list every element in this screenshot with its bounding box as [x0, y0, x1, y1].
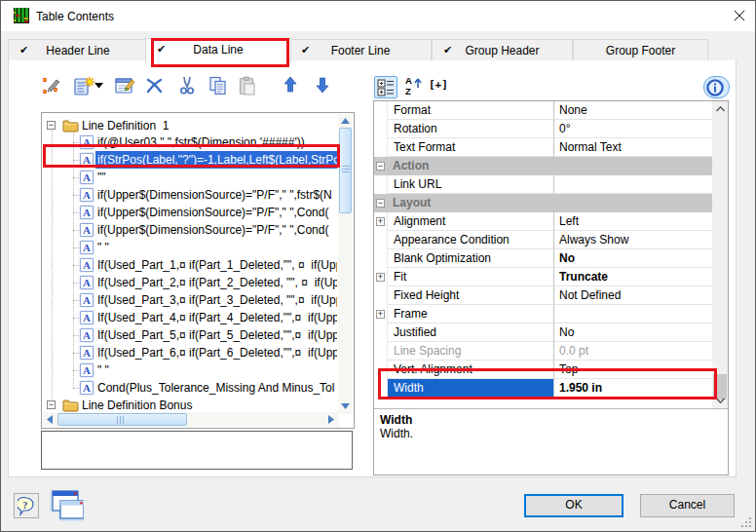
- tree-item-text: If(Used_Part_5,¤ if(Part_5_Deleted,"",¤ …: [97, 326, 337, 344]
- scroll-up-icon[interactable]: [341, 118, 350, 125]
- property-row-appearance-condition[interactable]: Appearance Condition Always Show: [374, 231, 712, 249]
- property-row-text-format[interactable]: Text Format Normal Text: [374, 138, 712, 157]
- category-view-button[interactable]: [374, 76, 397, 98]
- tree-item[interactable]: A " ": [42, 239, 337, 256]
- scroll-up-icon[interactable]: [716, 106, 725, 112]
- insert-line-icon[interactable]: [73, 76, 96, 95]
- tree-item[interactable]: A if(Upper$(DimensionSource)="P/F"," ",C…: [42, 221, 337, 239]
- chevron-down-icon[interactable]: [94, 83, 103, 89]
- property-value[interactable]: Left: [553, 212, 712, 231]
- cascade-windows-icon[interactable]: [47, 487, 84, 522]
- tab-footer-line[interactable]: ✔ Footer Line: [289, 39, 432, 61]
- property-row-vert-alignment[interactable]: Vert. Alignment Top: [374, 361, 712, 379]
- property-value[interactable]: Normal Text: [553, 138, 712, 157]
- tree-horizontal-scrollbar[interactable]: [43, 412, 339, 427]
- tree-item-text: if(StrPos(Label,"?")=-1,Label,Left$(Labe…: [95, 151, 337, 169]
- info-button[interactable]: [703, 76, 730, 98]
- property-value[interactable]: 0.0 pt: [553, 342, 712, 361]
- expand-icon[interactable]: +: [376, 310, 385, 319]
- tab-group-footer[interactable]: Group Footer: [573, 39, 708, 61]
- tree-item-text: " ": [97, 361, 109, 379]
- tree-item[interactable]: A If(Used_Part_5,¤ if(Part_5_Deleted,"",…: [42, 326, 337, 344]
- tree-item[interactable]: A If(Used_Part_2,¤ if(Part_2_Deleted, ""…: [42, 274, 337, 291]
- tree-vertical-thumb[interactable]: [339, 128, 352, 213]
- property-row-rotation[interactable]: Rotation 0°: [374, 120, 712, 138]
- edit-formula-wizard-icon[interactable]: [42, 76, 61, 95]
- property-scroll-thumb[interactable]: [713, 374, 727, 399]
- tree-item-selected[interactable]: A if(StrPos(Label,"?")=-1,Label,Left$(La…: [42, 151, 337, 169]
- property-value[interactable]: Not Defined: [553, 286, 712, 305]
- property-row-frame[interactable]: + Frame: [374, 305, 712, 323]
- collapse-icon[interactable]: −: [47, 121, 56, 130]
- sort-alphabetical-icon[interactable]: A Z: [404, 75, 424, 96]
- tree-item[interactable]: A If(Used_Part_3,¤ if(Part_3_Deleted, ""…: [42, 291, 337, 309]
- property-group-layout[interactable]: − Layout: [374, 194, 712, 212]
- tree-item[interactable]: A if(Upper$(DimensionSource)="P/F"," ",C…: [42, 204, 337, 221]
- property-group-action[interactable]: − Action: [374, 157, 712, 175]
- copy-icon[interactable]: [208, 76, 228, 95]
- move-down-icon[interactable]: [316, 76, 329, 94]
- expand-icon[interactable]: +: [376, 217, 385, 226]
- text-object-icon: A: [80, 311, 94, 324]
- tree-item[interactable]: A Cond(Plus_Tolerance_Missing And Minus_…: [42, 379, 337, 397]
- tree-horizontal-thumb[interactable]: [57, 413, 187, 426]
- property-value[interactable]: No: [553, 249, 712, 268]
- property-row-width[interactable]: Width 1.950 in: [374, 379, 712, 398]
- property-value[interactable]: Always Show: [553, 231, 712, 249]
- help-button[interactable]: ?: [14, 493, 39, 518]
- move-up-icon[interactable]: [284, 76, 297, 94]
- property-value[interactable]: 0°: [553, 120, 712, 138]
- text-object-icon: A: [80, 171, 94, 184]
- property-row-format[interactable]: Format None: [374, 101, 712, 120]
- tab-group-header[interactable]: ✔ Group Header: [432, 39, 573, 61]
- cancel-button[interactable]: Cancel: [640, 494, 735, 517]
- ok-button[interactable]: OK: [524, 494, 624, 517]
- tree-item[interactable]: A if(Upper$(DimensionSource)="P/F"," ",f…: [42, 186, 337, 204]
- tab-header-line[interactable]: ✔ Header Line: [8, 39, 148, 61]
- property-row-link-url[interactable]: Link URL: [374, 175, 712, 194]
- delete-icon[interactable]: [145, 76, 164, 95]
- tree-item[interactable]: A "": [42, 169, 337, 186]
- property-value[interactable]: No: [553, 323, 712, 342]
- tree-vertical-scrollbar[interactable]: [338, 114, 353, 414]
- tree-item[interactable]: A If(Used_Part_1,¤ if(Part_1_Deleted,"",…: [42, 256, 337, 274]
- tree-item[interactable]: A " ": [42, 361, 337, 379]
- expand-all-button[interactable]: [+]: [429, 78, 448, 91]
- tree-folder-line-definition-1[interactable]: − Line Definition 1: [42, 117, 337, 134]
- property-row-justified[interactable]: Justified No: [374, 323, 712, 342]
- property-row-blank-optimization[interactable]: Blank Optimization No: [374, 249, 712, 268]
- expand-icon[interactable]: +: [376, 273, 385, 282]
- property-row-fit[interactable]: + Fit Truncate: [374, 268, 712, 286]
- collapse-icon[interactable]: −: [376, 199, 385, 208]
- property-value[interactable]: 1.950 in: [553, 379, 712, 398]
- property-name: Rotation: [387, 120, 553, 138]
- property-value[interactable]: Truncate: [553, 268, 712, 286]
- scroll-down-icon[interactable]: [341, 403, 350, 410]
- tree-item-text: If(Used_Part_3,¤ if(Part_3_Deleted, "",¤…: [97, 291, 337, 309]
- close-icon[interactable]: [734, 10, 745, 21]
- property-value[interactable]: Top: [553, 361, 712, 379]
- scroll-down-icon[interactable]: [716, 398, 725, 403]
- tree-item[interactable]: A If(Used_Part_6,¤ if(Part_6_Deleted,"",…: [42, 344, 337, 361]
- property-value[interactable]: [553, 175, 712, 194]
- property-vertical-scrollbar[interactable]: [712, 101, 728, 408]
- property-value[interactable]: None: [553, 101, 712, 120]
- property-row-fixed-height[interactable]: Fixed Height Not Defined: [374, 286, 712, 305]
- properties-icon[interactable]: [115, 76, 136, 95]
- resize-grip[interactable]: [740, 516, 752, 528]
- svg-text:?: ?: [22, 500, 27, 511]
- scroll-left-icon[interactable]: [47, 415, 54, 424]
- tree-item[interactable]: A If(Used_Part_4,¤ if(Part_4_Deleted,"",…: [42, 309, 337, 326]
- cut-icon[interactable]: [178, 76, 196, 95]
- property-row-line-spacing[interactable]: Line Spacing 0.0 pt: [374, 342, 712, 361]
- property-name: Text Format: [387, 138, 553, 157]
- tab-data-line[interactable]: ✔ Data Line: [145, 38, 291, 63]
- property-row-alignment[interactable]: + Alignment Left: [374, 212, 712, 231]
- paste-icon[interactable]: [239, 76, 256, 95]
- collapse-icon[interactable]: −: [47, 400, 56, 409]
- tree-item[interactable]: A if(@User03," ",fstr$(Dimension,'#####'…: [42, 133, 337, 151]
- collapse-icon[interactable]: −: [376, 162, 385, 171]
- property-value[interactable]: [553, 305, 712, 323]
- scroll-right-icon[interactable]: [328, 415, 335, 424]
- folder-icon: [62, 399, 79, 412]
